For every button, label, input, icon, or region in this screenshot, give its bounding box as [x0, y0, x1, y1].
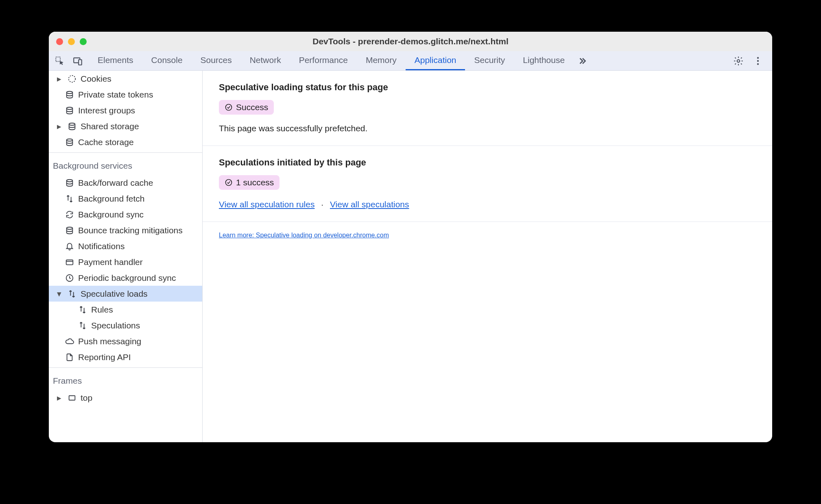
sidebar-item-interest-groups[interactable]: Interest groups — [49, 102, 202, 118]
tab-memory[interactable]: Memory — [357, 51, 406, 70]
speculations-badge: 1 success — [219, 175, 279, 190]
minimize-window-button[interactable] — [68, 38, 75, 45]
svg-point-7 — [69, 75, 76, 82]
database-icon — [68, 122, 76, 131]
check-circle-icon — [225, 103, 233, 111]
clock-icon — [65, 274, 74, 282]
tab-lighthouse[interactable]: Lighthouse — [514, 51, 574, 70]
learn-more-section: Learn more: Speculative loading on devel… — [203, 222, 772, 249]
device-toggle-icon[interactable] — [72, 56, 83, 66]
sidebar-item-notifications[interactable]: Notifications — [49, 238, 202, 254]
database-icon — [65, 178, 74, 187]
sidebar-item-label: top — [81, 393, 92, 403]
svg-point-10 — [69, 123, 75, 125]
svg-point-13 — [67, 227, 73, 229]
sidebar-item-label: Rules — [91, 305, 113, 315]
card-icon — [65, 258, 74, 267]
sidebar-item-label: Speculative loads — [81, 289, 148, 299]
sidebar-item-shared-storage[interactable]: ▸ Shared storage — [49, 118, 202, 134]
sidebar-item-push-messaging[interactable]: Push messaging — [49, 333, 202, 349]
sidebar-group-background-services: Background services — [49, 155, 202, 175]
sidebar-item-background-sync[interactable]: Background sync — [49, 206, 202, 222]
sidebar-item-background-fetch[interactable]: Background fetch — [49, 191, 202, 206]
panel-tabs: Elements Console Sources Network Perform… — [89, 51, 727, 70]
maximize-window-button[interactable] — [80, 38, 87, 45]
sync-icon — [65, 210, 74, 219]
tab-performance[interactable]: Performance — [290, 51, 357, 70]
status-badge: Success — [219, 100, 274, 115]
sidebar-item-label: Payment handler — [78, 257, 143, 267]
sidebar-item-label: Background sync — [78, 210, 144, 219]
sidebar-item-reporting-api[interactable]: Reporting API — [49, 349, 202, 365]
sidebar-item-bounce-tracking[interactable]: Bounce tracking mitigations — [49, 222, 202, 238]
inspect-icon[interactable] — [55, 56, 65, 66]
sidebar-item-rules[interactable]: Rules — [49, 302, 202, 317]
titlebar: DevTools - prerender-demos.glitch.me/nex… — [49, 32, 772, 51]
devtools-tabbar: Elements Console Sources Network Perform… — [49, 51, 772, 71]
svg-point-8 — [67, 91, 73, 93]
sidebar-item-label: Cache storage — [78, 137, 134, 147]
sidebar-item-label: Private state tokens — [78, 90, 153, 100]
updown-icon — [68, 289, 76, 298]
cookie-icon — [68, 74, 76, 83]
svg-point-6 — [757, 63, 759, 65]
sidebar-item-speculations[interactable]: Speculations — [49, 317, 202, 333]
sidebar-item-cookies[interactable]: ▸ Cookies — [49, 71, 202, 87]
settings-icon[interactable] — [733, 56, 744, 66]
collapse-arrow-icon: ▾ — [56, 291, 62, 297]
view-all-speculations-link[interactable]: View all speculations — [330, 200, 409, 209]
sidebar-item-label: Periodic background sync — [78, 273, 176, 283]
panel-body: ▸ Cookies Private state tokens Interest … — [49, 71, 772, 442]
check-circle-icon — [225, 178, 233, 187]
view-all-rules-link[interactable]: View all speculation rules — [219, 200, 314, 209]
status-description: This page was successfully prefetched. — [219, 124, 756, 133]
updown-icon — [65, 194, 74, 203]
sidebar-item-periodic-sync[interactable]: Periodic background sync — [49, 270, 202, 286]
updown-icon — [78, 321, 87, 330]
svg-rect-0 — [56, 57, 60, 61]
page-icon — [65, 353, 74, 362]
tab-security[interactable]: Security — [465, 51, 514, 70]
updown-icon — [78, 305, 87, 314]
bell-icon — [65, 242, 74, 251]
svg-point-12 — [67, 179, 73, 182]
sidebar-item-private-state-tokens[interactable]: Private state tokens — [49, 87, 202, 102]
sidebar-item-label: Back/forward cache — [78, 178, 153, 188]
sidebar-item-cache-storage[interactable]: Cache storage — [49, 134, 202, 150]
sidebar-item-payment-handler[interactable]: Payment handler — [49, 254, 202, 270]
svg-rect-16 — [69, 395, 75, 400]
expand-arrow-icon: ▸ — [56, 395, 62, 401]
sidebar-item-top-frame[interactable]: ▸ top — [49, 390, 202, 406]
sidebar-item-label: Background fetch — [78, 194, 144, 204]
tab-elements[interactable]: Elements — [89, 51, 142, 70]
frame-icon — [68, 393, 76, 402]
learn-more-link[interactable]: Learn more: Speculative loading on devel… — [219, 232, 389, 239]
sidebar-item-label: Interest groups — [78, 106, 135, 115]
speculations-badge-label: 1 success — [236, 178, 274, 187]
tab-console[interactable]: Console — [142, 51, 192, 70]
sidebar-item-bfcache[interactable]: Back/forward cache — [49, 175, 202, 191]
sidebar-group-frames: Frames — [49, 370, 202, 390]
sidebar-item-speculative-loads[interactable]: ▾ Speculative loads — [49, 286, 202, 302]
sidebar-item-label: Shared storage — [81, 122, 139, 131]
status-section: Speculative loading status for this page… — [203, 71, 772, 146]
svg-rect-2 — [79, 59, 82, 65]
sidebar-item-label: Speculations — [91, 321, 140, 330]
speculation-links: View all speculation rules · View all sp… — [219, 200, 756, 209]
application-sidebar: ▸ Cookies Private state tokens Interest … — [49, 71, 203, 442]
expand-arrow-icon: ▸ — [56, 124, 62, 129]
more-tabs-icon[interactable] — [577, 56, 587, 66]
sidebar-item-label: Reporting API — [78, 352, 131, 362]
svg-rect-14 — [66, 260, 73, 265]
tab-network[interactable]: Network — [241, 51, 290, 70]
tab-application[interactable]: Application — [406, 51, 465, 70]
sidebar-item-label: Bounce tracking mitigations — [78, 226, 183, 235]
main-content: Speculative loading status for this page… — [203, 71, 772, 442]
svg-point-5 — [757, 60, 759, 61]
kebab-menu-icon[interactable] — [753, 56, 763, 66]
tab-sources[interactable]: Sources — [192, 51, 241, 70]
speculations-heading: Speculations initiated by this page — [219, 157, 756, 168]
cloud-icon — [65, 337, 74, 346]
close-window-button[interactable] — [56, 38, 63, 45]
sidebar-item-label: Cookies — [81, 74, 111, 84]
